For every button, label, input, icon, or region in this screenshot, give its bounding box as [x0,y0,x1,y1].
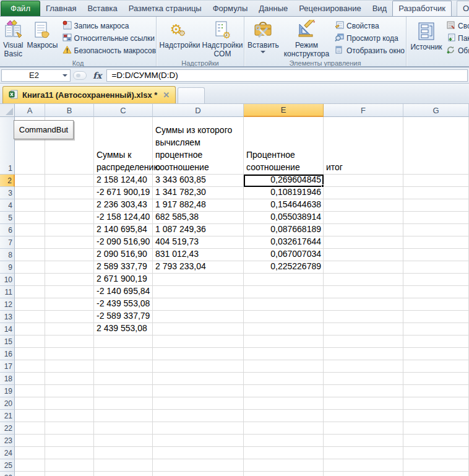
cell-F15[interactable] [324,335,403,348]
cell-E17[interactable] [244,360,324,373]
cell-A12[interactable] [15,298,45,311]
cell-G25[interactable] [403,459,469,472]
cell-F18[interactable] [324,373,403,385]
cell-D6[interactable]: 1 087 249,36 [153,224,244,236]
cell-F9[interactable] [324,261,403,274]
cell-F12[interactable] [324,298,403,311]
cell-F26[interactable] [324,472,403,476]
cell-G19[interactable] [403,385,469,397]
tab-page-layout[interactable]: Разметка страницы [123,1,207,16]
cell-F3[interactable] [324,187,403,199]
row-header-13[interactable]: 13 [0,311,15,323]
cell-D17[interactable] [153,360,244,373]
cell-D13[interactable] [153,311,244,323]
tab-insert[interactable]: Вставка [82,1,123,16]
row-header-6[interactable]: 6 [0,224,15,236]
cell-A3[interactable] [15,187,45,199]
cell-E3[interactable]: 0,108191946 [244,187,324,199]
cell-C2[interactable]: 2 158 124,40 [94,175,153,187]
cell-G18[interactable] [403,373,469,385]
cell-G11[interactable] [403,286,469,298]
cell-B12[interactable] [45,298,94,311]
cell-G7[interactable] [403,236,469,249]
map-properties-button[interactable]: Сво [446,20,469,31]
macro-security-button[interactable]: Безопасность макросов [62,45,157,56]
cell-C14[interactable]: 2 439 553,08 [94,323,153,335]
formula-input[interactable]: =D:D/СУММ(D:D) [106,69,468,82]
row-header-19[interactable]: 19 [0,385,15,397]
cell-C4[interactable]: 2 236 303,43 [94,199,153,212]
tab-developer[interactable]: Разработчик [392,1,452,16]
cell-F14[interactable] [324,323,403,335]
column-header-A[interactable]: A [15,104,45,117]
cell-E4[interactable]: 0,154644638 [244,199,324,212]
cell-B2[interactable] [45,175,94,187]
cell-B26[interactable] [45,472,94,476]
cell-D8[interactable]: 831 012,43 [153,249,244,261]
cell-G10[interactable] [403,274,469,286]
cell-A7[interactable] [15,236,45,249]
relative-references-button[interactable]: Относительные ссылки [62,33,157,43]
document-tab-new[interactable] [178,87,205,103]
row-header-23[interactable]: 23 [0,435,15,447]
cell-C13[interactable]: -2 589 337,79 [94,311,153,323]
cell-D5[interactable]: 682 585,38 [153,212,244,224]
source-button[interactable]: Источник [408,18,445,56]
cell-A26[interactable] [15,472,45,476]
cell-G2[interactable] [403,175,469,187]
cell-C26[interactable] [94,472,153,476]
cell-F24[interactable] [324,447,403,459]
cell-B11[interactable] [45,286,94,298]
cell-B9[interactable] [45,261,94,274]
cell-A16[interactable] [15,348,45,360]
cell-A5[interactable] [15,212,45,224]
cell-F6[interactable] [324,224,403,236]
row-header-11[interactable]: 11 [0,286,15,298]
cell-B24[interactable] [45,447,94,459]
column-header-G[interactable]: G [403,104,469,117]
tab-data[interactable]: Данные [253,1,293,16]
cell-G15[interactable] [403,335,469,348]
row-header-7[interactable]: 7 [0,236,15,249]
cell-G21[interactable] [403,410,469,422]
name-box-dropdown-icon[interactable] [62,74,67,77]
cell-A13[interactable] [15,311,45,323]
cell-A10[interactable] [15,274,45,286]
cell-D14[interactable] [153,323,244,335]
cell-G9[interactable] [403,261,469,274]
cell-G1[interactable] [403,117,469,175]
name-box[interactable]: E2 [1,69,71,82]
cell-E22[interactable] [244,422,324,435]
tab-formulas[interactable]: Формулы [207,1,254,16]
cell-F16[interactable] [324,348,403,360]
cell-C19[interactable] [94,385,153,397]
cell-B6[interactable] [45,224,94,236]
cell-A18[interactable] [15,373,45,385]
fill-handle[interactable] [321,184,324,188]
cell-G8[interactable] [403,249,469,261]
expansion-packs-button[interactable]: Пак [446,33,469,43]
cell-D24[interactable] [153,447,244,459]
cell-E12[interactable] [244,298,324,311]
cell-G5[interactable] [403,212,469,224]
column-header-F[interactable]: F [324,104,403,117]
cell-E8[interactable]: 0,067007034 [244,249,324,261]
row-header-3[interactable]: 3 [0,187,15,199]
row-header-5[interactable]: 5 [0,212,15,224]
cell-F7[interactable] [324,236,403,249]
cell-C16[interactable] [94,348,153,360]
cell-D11[interactable] [153,286,244,298]
cell-D7[interactable]: 404 519,73 [153,236,244,249]
cell-C25[interactable] [94,459,153,472]
row-header-26[interactable]: 26 [0,472,15,476]
com-addins-button[interactable]: ⚙ Надстройки COM [202,18,243,59]
cell-E1[interactable]: Процентное соотношение [244,117,324,175]
row-header-18[interactable]: 18 [0,373,15,385]
cell-C11[interactable]: -2 140 695,84 [94,286,153,298]
cell-E14[interactable] [244,323,324,335]
cell-A25[interactable] [15,459,45,472]
cell-A21[interactable] [15,410,45,422]
cell-C21[interactable] [94,410,153,422]
refresh-data-button[interactable]: Обн [446,45,469,56]
tab-view[interactable]: Вид [367,1,393,16]
